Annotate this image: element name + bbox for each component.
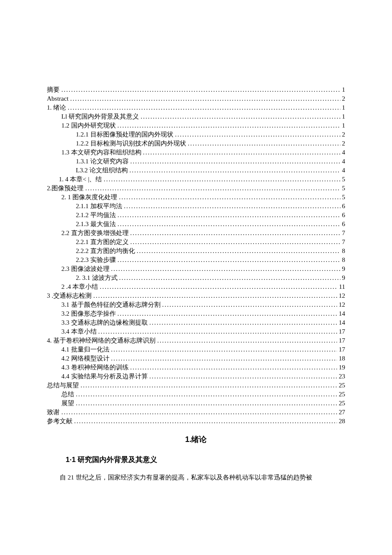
toc-label: 2.3 图像滤波处理	[61, 264, 110, 273]
toc-page-number: 14	[339, 309, 345, 318]
toc-page-number: 9	[342, 273, 346, 282]
toc-label: 2. 1 图像灰度化处理	[61, 193, 117, 202]
toc-label: 总结	[61, 390, 74, 399]
toc-leader-dots	[118, 220, 340, 229]
toc-entry: 2.3 图像滤波处理9	[47, 264, 345, 273]
toc-page-number: 1	[342, 121, 346, 130]
toc-entry: 1.2 国内外研究现状1	[47, 121, 345, 130]
toc-label: 3.2 图像形态学操作	[61, 309, 116, 318]
toc-entry: 3.1 基于颜色特征的交通标志牌分割12	[47, 300, 345, 309]
toc-page-number: 12	[339, 300, 345, 309]
toc-entry: 3.3 交通标志牌的边缘检测提取14	[47, 318, 345, 327]
toc-leader-dots	[150, 318, 337, 327]
toc-leader-dots	[130, 229, 340, 238]
toc-label: 3.3 交通标志牌的边缘检测提取	[61, 318, 148, 327]
toc-page-number: 17	[339, 336, 345, 345]
toc-page-number: 11	[339, 282, 345, 291]
toc-label: 3.4 本章小结	[61, 327, 97, 336]
toc-page-number: 1	[342, 103, 346, 112]
toc-entry: 总结与展望25	[47, 381, 345, 390]
toc-entry: 4.4 实验结果与分析及边界计算23	[47, 372, 345, 381]
toc-leader-dots	[74, 417, 337, 426]
toc-label: 1. 绪论	[47, 103, 66, 112]
toc-page-number: 1	[342, 112, 346, 121]
toc-entry: 1.3.1 论文研究内容4	[47, 157, 345, 166]
toc-page-number: 7	[342, 238, 346, 247]
toc-leader-dots	[98, 327, 337, 336]
toc-leader-dots	[61, 85, 340, 94]
toc-page-number: 8	[342, 247, 346, 256]
toc-leader-dots	[118, 211, 340, 220]
toc-entry: 2.1.3 最大值法6	[47, 220, 345, 229]
toc-entry: Ll 研究国内外背景及其意义1	[47, 112, 345, 121]
toc-page-number: 25	[339, 399, 345, 408]
toc-page-number: 18	[339, 354, 345, 363]
toc-leader-dots	[70, 94, 340, 103]
toc-leader-dots	[104, 175, 340, 184]
toc-page-number: 19	[339, 363, 345, 372]
toc-label: 1.3 本文研究内容和组织结构	[61, 148, 141, 157]
toc-entry: 2.2.1 直方图的定义7	[47, 238, 345, 247]
toc-leader-dots	[162, 300, 337, 309]
toc-entry: 总结25	[47, 390, 345, 399]
toc-label: 1.2 国内外研究现状	[61, 121, 116, 130]
toc-label: 致谢	[47, 408, 60, 417]
toc-leader-dots	[119, 193, 340, 202]
toc-page-number: 14	[339, 318, 345, 327]
toc-label: 2.2.3 实验步骤	[76, 256, 116, 264]
toc-entry: 4.3 卷积神经网络的训练19	[47, 363, 345, 372]
toc-entry: 2 .4 本章小结11	[47, 282, 345, 291]
toc-label: 总结与展望	[47, 381, 79, 390]
toc-leader-dots	[130, 238, 340, 247]
toc-entry: 1. 4 本章< |、结5	[47, 175, 345, 184]
toc-page-number: 4	[342, 148, 346, 157]
toc-entry: 4.2 网络模型设计18	[47, 354, 345, 363]
toc-leader-dots	[76, 399, 337, 408]
toc-entry: 4. 基于卷积神经网络的交通标志牌识别17	[47, 336, 345, 345]
toc-page-number: 5	[342, 175, 346, 184]
toc-label: 2.2.1 直方图的定义	[76, 238, 129, 247]
toc-leader-dots	[130, 166, 340, 175]
toc-leader-dots	[61, 408, 337, 417]
toc-entry: 2. 3.1 滤波方式9	[47, 273, 345, 282]
toc-entry: 3 .交通标志检测12	[47, 291, 345, 300]
toc-label: L3.2 论文组织结构	[76, 166, 128, 175]
toc-entry: 参考文献28	[47, 417, 345, 426]
toc-label: 4.3 卷积神经网络的训练	[61, 363, 129, 372]
toc-label: 1.2.1 目标图像预处理的国内外现状	[76, 130, 173, 139]
toc-page-number: 17	[339, 327, 345, 336]
toc-entry: 2.1.1 加权平均法6	[47, 202, 345, 211]
toc-leader-dots	[157, 336, 337, 345]
toc-leader-dots	[130, 157, 340, 166]
toc-label: 1.2.2 目标检测与识别技术的国内外现状	[76, 139, 186, 148]
toc-leader-dots	[81, 381, 337, 390]
toc-label: 2.1.3 最大值法	[76, 220, 116, 229]
toc-leader-dots	[124, 202, 340, 211]
toc-entry: 3.4 本章小结17	[47, 327, 345, 336]
toc-label: 4.1 批量归一化法	[61, 345, 110, 354]
toc-page-number: 7	[342, 229, 346, 238]
toc-page-number: 2	[342, 94, 346, 103]
toc-leader-dots	[93, 291, 337, 300]
body-paragraph: 自 21 世纪之后，国家经济实力有显著的提高，私家车以及各种机动车以非常迅猛的趋…	[47, 472, 345, 482]
toc-entry: 4.1 批量归一化法17	[47, 345, 345, 354]
toc-leader-dots	[118, 309, 337, 318]
toc-page-number: 25	[339, 381, 345, 390]
toc-label: 3.1 基于颜色特征的交通标志牌分割	[61, 300, 161, 309]
toc-leader-dots	[111, 264, 340, 273]
toc-label: 2.2.2 直方图的均衡化	[76, 247, 135, 256]
toc-entry: 2.2 直方图变换增强处理7	[47, 229, 345, 238]
toc-page-number: 4	[342, 166, 346, 175]
toc-label: 4. 基于卷积神经网络的交通标志牌识别	[47, 336, 156, 345]
table-of-contents: 摘要1Abstract21. 绪论1Ll 研究国内外背景及其意义11.2 国内外…	[47, 85, 345, 426]
toc-entry: 2.2.3 实验步骤8	[47, 256, 345, 264]
toc-entry: 致谢27	[47, 408, 345, 417]
toc-label: 2 .4 本章小结	[61, 282, 98, 291]
toc-page-number: 6	[342, 211, 346, 220]
toc-label: 1. 4 本章< |、结	[59, 175, 102, 184]
toc-page-number: 25	[339, 390, 345, 399]
toc-entry: L3.2 论文组织结构4	[47, 166, 345, 175]
chapter-heading: 1.绪论	[47, 434, 345, 445]
toc-page-number: 6	[342, 202, 346, 211]
toc-page-number: 2	[342, 130, 346, 139]
